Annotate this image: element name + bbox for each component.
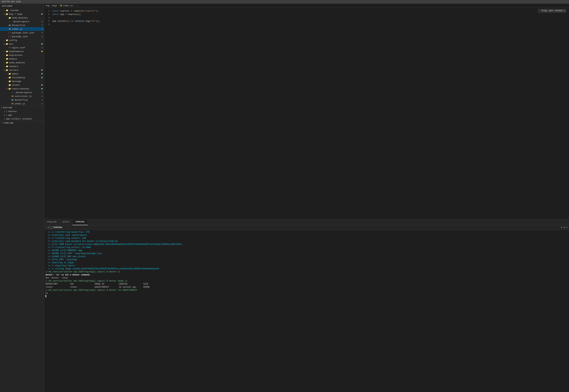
line-content: app.listen(() => console.log("hi")); <box>52 20 569 22</box>
terminal-line: => [1/5] FROM docker.io/library/node:10@… <box>45 243 568 246</box>
outline-icon: [ ] <box>4 114 7 116</box>
terminal-chevron: › <box>45 226 47 229</box>
outline-item[interactable]: ƒ app.listen() callback <box>0 117 44 121</box>
outline-item[interactable]: [ ] app <box>0 113 44 117</box>
terminal-tabs: PROBLEMSOUTPUTTERMINAL <box>44 219 88 225</box>
outline-item-label: app.listen() callback <box>6 118 32 120</box>
tree-item-subscribeship[interactable]: ∨ 📂 subscribeship <box>0 87 44 91</box>
timeline-section-header[interactable]: › TIMELINE <box>0 121 44 125</box>
file-tree: › 📁 .vscode ∨ 📂 bug / bug1 › 📁 node_modu… <box>0 9 44 106</box>
item-name-admin: admin <box>12 73 41 75</box>
terminal-down-icon: ∨ <box>47 226 49 229</box>
badge-dockerfile: U <box>42 24 43 26</box>
terminal-line: hi <box>45 292 568 295</box>
file-icon-package-lock: { } <box>8 32 11 34</box>
item-name-package-lock: package-lock.json <box>12 32 42 34</box>
tree-item-sub-dockerignore[interactable]: • .dockerignore U <box>0 91 44 94</box>
tree-item-message[interactable]: › 📁 message <box>0 79 44 83</box>
item-name-message: message <box>12 80 44 83</box>
tree-item-package-json[interactable]: { } package.json U <box>0 35 44 38</box>
tree-item-dockerignore[interactable]: • .dockerignore U <box>0 20 44 23</box>
tree-item-models[interactable]: › 📁 models <box>0 57 44 61</box>
code-editor[interactable]: 1 const express = require("express"); 2 … <box>44 8 569 219</box>
file-icon-package-json: { } <box>8 35 11 38</box>
line-number: 3 <box>44 16 52 19</box>
item-name-etc: etc <box>9 43 41 45</box>
chevron-subscribeship: ∨ <box>5 88 8 90</box>
tree-item-socket[interactable]: › 📁 socket <box>0 83 44 87</box>
tree-item-bug-bug1[interactable]: ∨ 📂 bug / bug1 <box>0 12 44 16</box>
tree-item-migrations[interactable]: › 📁 migrations <box>0 53 44 57</box>
outline-item-label: app <box>8 114 12 116</box>
tree-item-servers[interactable]: ∨ 📂 servers <box>0 68 44 72</box>
tree-item-sub-controller[interactable]: JS controller.js U <box>0 94 44 98</box>
item-name-socket: socket <box>12 84 41 86</box>
file-icon-followship: 📁 <box>8 76 11 79</box>
tree-item-sub-dockerfile[interactable]: 🐳 Dockerfile U <box>0 98 44 102</box>
terminal-tab-terminal[interactable]: TERMINAL <box>72 219 88 225</box>
tree-item-sub-index[interactable]: JS index.js U <box>0 102 44 106</box>
terminal-area: PROBLEMSOUTPUTTERMINAL › ∨ TERMINAL + ⊟ … <box>44 219 569 392</box>
tree-item-middlewares[interactable]: › 📁 middlewares <box>0 50 44 53</box>
tree-item-admin[interactable]: › 📁 admin <box>0 72 44 76</box>
close-terminal-button[interactable]: ✕ <box>567 226 568 229</box>
tree-item-node_modules[interactable]: › 📁 node_modules <box>0 16 44 20</box>
tree-item-config[interactable]: › 📁 config <box>0 38 44 42</box>
sidebar-title: EXPLORER <box>0 4 44 9</box>
tree-item-nginx-conf[interactable]: ⚙ nginx.conf U <box>0 46 44 50</box>
outline-section-header[interactable]: ∨ OUTLINE <box>0 106 44 110</box>
chevron-socket: › <box>5 84 8 86</box>
badge-dot-followship <box>41 77 43 78</box>
chevron-migrations: › <box>3 54 5 56</box>
breadcrumb-filename: index.js <box>63 5 73 7</box>
outline-label: OUTLINE <box>3 107 12 109</box>
chevron-models: › <box>3 58 5 60</box>
chevron-message: › <box>5 80 8 82</box>
tree-item-node-modules-root[interactable]: › 📁 node_modules <box>0 61 44 65</box>
outline-item[interactable]: [ ] express <box>0 110 44 113</box>
file-icon-config: 📁 <box>5 39 9 42</box>
tree-item-etc[interactable]: ∨ 📂 etc <box>0 42 44 46</box>
badge-dockerignore: U <box>42 21 43 23</box>
terminal-line: => => transferring context: 32.40kB <box>45 246 568 249</box>
item-name-models: models <box>9 58 44 60</box>
breadcrumb-js-icon: JS <box>60 5 62 7</box>
chevron-servers: ∨ <box>3 69 5 71</box>
file-icon-etc: 📂 <box>5 43 9 45</box>
new-terminal-button[interactable]: + <box>561 226 563 229</box>
tree-item-seeders[interactable]: › 📁 seeders <box>0 65 44 68</box>
file-icon-admin: 📁 <box>8 73 11 75</box>
line-number: 2 <box>44 13 52 16</box>
item-name-migrations: migrations <box>9 54 44 56</box>
terminal-line: => [internal] load .dockerignore <box>45 234 568 237</box>
file-icon-vscode: 📁 <box>5 9 9 12</box>
badge-sub-dockerignore: U <box>42 91 43 94</box>
terminal-output[interactable]: => => transferring dockerfile: 37B => [i… <box>44 230 569 392</box>
item-name-nginx-conf: nginx.conf <box>12 46 42 49</box>
file-icon-socket: 📁 <box>8 84 11 86</box>
terminal-line: => CACHED [4/5] RUN npm install <box>45 255 568 258</box>
tree-item-followship[interactable]: › 📁 followship <box>0 76 44 79</box>
file-icon-sub-dockerignore: • <box>11 91 14 94</box>
line-number: 5 <box>44 23 52 26</box>
chevron-seeders: › <box>3 66 5 67</box>
file-icon-message: 📁 <box>8 80 11 83</box>
terminal-tab-output[interactable]: OUTPUT <box>60 219 72 225</box>
file-icon-node-modules-root: 📁 <box>5 61 9 64</box>
tree-item-index-js[interactable]: JS index.js U <box>0 27 44 31</box>
tree-item-vscode[interactable]: › 📁 .vscode <box>0 9 44 12</box>
line-number: 1 <box>44 10 52 12</box>
chevron-node_modules: › <box>5 17 8 19</box>
terminal-tab-problems[interactable]: PROBLEMS <box>44 219 60 225</box>
breadcrumb-ellipsis: ... <box>75 5 79 7</box>
chevron-vscode: › <box>3 10 5 11</box>
tree-item-package-lock[interactable]: { } package-lock.json U <box>0 31 44 35</box>
terminal-header: › ∨ TERMINAL + ⊟ ✕ <box>44 225 569 230</box>
outline-item-label: express <box>8 110 17 113</box>
code-line: 5 <box>44 23 569 26</box>
tree-item-dockerfile[interactable]: 🐳 Dockerfile U <box>0 23 44 27</box>
split-terminal-button[interactable]: ⊟ <box>564 226 565 229</box>
line-number: 4 <box>44 20 52 22</box>
terminal-line: ▋ <box>45 295 568 298</box>
terminal-line: docker: 'ls' is not a docker command. <box>45 273 568 276</box>
